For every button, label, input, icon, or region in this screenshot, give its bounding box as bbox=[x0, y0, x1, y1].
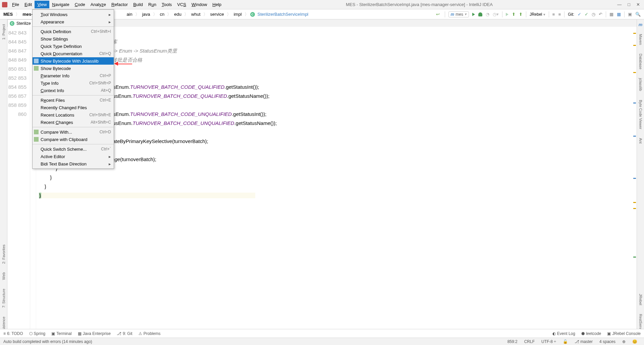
maven-icon[interactable]: m bbox=[639, 22, 643, 27]
menu-item[interactable]: Compare with Clipboard bbox=[33, 136, 114, 143]
git-label: Git: bbox=[568, 12, 574, 17]
menu-item[interactable]: Tool Windows▸ bbox=[33, 11, 114, 18]
crumb[interactable]: whut bbox=[190, 11, 202, 17]
menu-item[interactable]: Recent ChangesAlt+Shift+C bbox=[33, 119, 114, 126]
jrebel-dropdown[interactable]: JRebel ▾ bbox=[530, 12, 545, 17]
tool-ant[interactable]: Ant bbox=[639, 138, 643, 144]
line-separator[interactable]: CRLF bbox=[524, 339, 535, 344]
tool-leetcode[interactable]: ⬢ leetcode bbox=[581, 331, 601, 336]
menu-vcs[interactable]: VCS bbox=[174, 1, 189, 8]
tool-database[interactable]: Database bbox=[639, 54, 643, 69]
toolbar-icon[interactable]: ▦ bbox=[617, 12, 621, 17]
caret-pos[interactable]: 859:2 bbox=[507, 339, 518, 344]
toolbar-buttons: ↩ m mes ▾ ◔ ◷▾ ⬆ ⬆ JRebel ▾ ■ ■ Git: ✓ ✓… bbox=[433, 11, 644, 17]
tool-problems[interactable]: ⚠ Problems bbox=[139, 331, 161, 336]
tool-todo[interactable]: ≡ 6: TODO bbox=[3, 331, 23, 336]
menu-item[interactable]: Recent FilesCtrl+E bbox=[33, 96, 114, 104]
menu-window[interactable]: Window bbox=[189, 1, 210, 8]
tool-spring[interactable]: ⬡ Spring bbox=[29, 331, 46, 336]
view-menu-dropdown: Tool Windows▸Appearance▸Quick Definition… bbox=[32, 9, 114, 169]
indent[interactable]: 4 spaces bbox=[599, 339, 615, 344]
menu-item[interactable]: Parameter InfoCtrl+P bbox=[33, 72, 114, 79]
menu-item[interactable]: Quick DocumentationCtrl+Q bbox=[33, 50, 114, 57]
menu-item[interactable]: Quick Type Definition bbox=[33, 43, 114, 50]
menu-edit[interactable]: Edit bbox=[22, 1, 35, 8]
git-commit-icon[interactable]: ✓ bbox=[585, 12, 588, 17]
editor-tab[interactable]: C Sterilize bbox=[7, 19, 33, 27]
tool-git[interactable]: ⎇ 9: Git bbox=[117, 331, 132, 336]
tool-structure[interactable]: 7: Structure bbox=[2, 289, 6, 308]
code-area[interactable]: / 修改周转批的状态并更新到数据库 / 状态的编号和描述定义在了pojo -> … bbox=[36, 27, 637, 329]
tool-favorites[interactable]: 2: Favorites bbox=[2, 245, 6, 264]
toolbar-icon[interactable]: ▣ bbox=[628, 12, 632, 17]
crumb[interactable]: impl bbox=[232, 11, 243, 17]
crumb[interactable]: java bbox=[141, 11, 152, 17]
run-button-2[interactable] bbox=[506, 13, 508, 16]
git-history-icon[interactable]: ◷ bbox=[592, 12, 595, 17]
tool-jrebelconsole[interactable]: ▣ JRebel Console bbox=[607, 331, 641, 336]
tool-web[interactable]: Web bbox=[2, 272, 6, 280]
back-icon[interactable]: ↩ bbox=[436, 12, 441, 17]
menu-item[interactable]: Show Siblings bbox=[33, 35, 114, 43]
menu-item[interactable]: Active Editor▸ bbox=[33, 153, 114, 160]
tool-jrebel[interactable]: JRebel bbox=[639, 294, 643, 305]
menu-build[interactable]: Build bbox=[130, 1, 146, 8]
menu-item[interactable]: Recently Changed Files bbox=[33, 104, 114, 111]
menu-navigate[interactable]: Navigate bbox=[49, 1, 72, 8]
crumb-file[interactable]: SterilizerBatchServiceImpl bbox=[256, 11, 310, 17]
stop-button[interactable]: ■ bbox=[552, 12, 555, 17]
git-branch[interactable]: ⎇ master bbox=[575, 339, 593, 344]
menu-refactor[interactable]: Refactor bbox=[109, 1, 130, 8]
close-button[interactable]: ✕ bbox=[636, 2, 640, 7]
maximize-button[interactable]: □ bbox=[628, 2, 630, 7]
menu-item[interactable]: Context InfoAlt+Q bbox=[33, 87, 114, 94]
jrebel-debug-icon[interactable]: ⬆ bbox=[519, 12, 523, 17]
crumb[interactable]: MES bbox=[2, 11, 14, 17]
tool-terminal[interactable]: ▣ Terminal bbox=[51, 331, 71, 336]
menu-item[interactable]: Show Bytecode bbox=[33, 65, 114, 72]
menu-code[interactable]: Code bbox=[72, 1, 88, 8]
toolbar-icon[interactable]: ▦ bbox=[609, 12, 613, 17]
run-config-selector[interactable]: m mes ▾ bbox=[448, 11, 469, 17]
menu-item[interactable]: Quick DefinitionCtrl+Shift+I bbox=[33, 28, 114, 35]
menu-item[interactable]: Recent LocationsCtrl+Shift+E bbox=[33, 111, 114, 119]
crumb[interactable]: cn bbox=[159, 11, 166, 17]
menu-run[interactable]: Run bbox=[146, 1, 159, 8]
right-toolwindow-strip: m Maven Database jclasslib Byte Code Vie… bbox=[637, 19, 644, 338]
crumb[interactable]: service bbox=[209, 11, 225, 17]
menu-file[interactable]: File bbox=[9, 1, 22, 8]
menu-item[interactable]: Show Bytecode With Jclasslib bbox=[33, 57, 114, 65]
tool-jclasslib[interactable]: jclasslib bbox=[639, 78, 643, 91]
tool-project[interactable]: 1: Project bbox=[2, 24, 6, 40]
menu-item[interactable]: Type InfoCtrl+Shift+P bbox=[33, 79, 114, 87]
readonly-icon[interactable]: 🔓 bbox=[563, 339, 568, 344]
menu-analyze[interactable]: Analyze bbox=[88, 1, 109, 8]
crumb[interactable]: edu bbox=[173, 11, 183, 17]
menu-view[interactable]: View bbox=[35, 1, 49, 8]
stop-button-2[interactable]: ■ bbox=[558, 12, 561, 17]
error-stripe[interactable] bbox=[632, 27, 637, 329]
search-icon[interactable]: 🔍 bbox=[635, 12, 641, 17]
encoding[interactable]: UTF-8 ÷ bbox=[541, 339, 556, 344]
menu-item[interactable]: Quick Switch Scheme...Ctrl+` bbox=[33, 145, 114, 153]
minimize-button[interactable]: — bbox=[617, 2, 622, 7]
menu-item[interactable]: Compare With...Ctrl+D bbox=[33, 128, 114, 136]
run-button[interactable] bbox=[472, 13, 475, 16]
crumb[interactable]: ain bbox=[125, 11, 133, 17]
tool-eventlog[interactable]: ◐ Event Log bbox=[552, 331, 575, 336]
tool-maven[interactable]: Maven bbox=[639, 34, 643, 45]
tool-javaee[interactable]: ▦ Java Enterprise bbox=[78, 331, 111, 336]
menu-item[interactable]: Bidi Text Base Direction▸ bbox=[33, 160, 114, 167]
git-update-icon[interactable]: ✓ bbox=[578, 12, 581, 17]
profile-button[interactable]: ◷▾ bbox=[493, 12, 499, 17]
menu-item[interactable]: Appearance▸ bbox=[33, 18, 114, 25]
inspect-icon[interactable]: 😊 bbox=[632, 339, 637, 344]
coverage-button[interactable]: ◔ bbox=[486, 12, 489, 17]
menu-tools[interactable]: Tools bbox=[159, 1, 174, 8]
debug-button[interactable] bbox=[478, 12, 482, 16]
tool-bytecode[interactable]: Byte Code Viewer bbox=[639, 100, 643, 129]
menu-help[interactable]: Help bbox=[210, 1, 224, 8]
git-rollback-icon[interactable]: ↶ bbox=[599, 12, 602, 17]
notif-icon[interactable]: ⊕ bbox=[622, 339, 626, 344]
jrebel-run-icon[interactable]: ⬆ bbox=[512, 12, 516, 17]
